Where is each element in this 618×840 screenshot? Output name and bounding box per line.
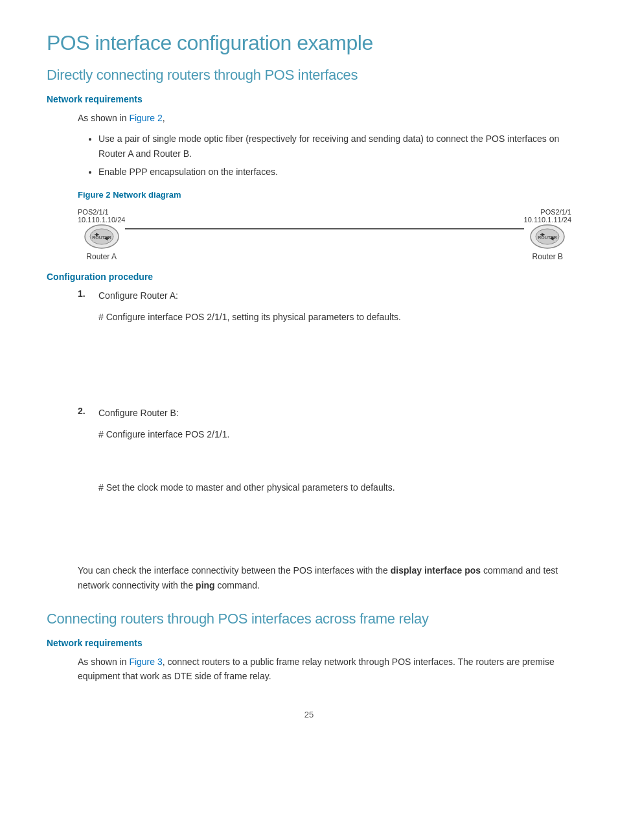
network-req-2-title: Network requirements: [47, 638, 571, 648]
step-2-sub1: # Configure interface POS 2/1/1.: [98, 427, 571, 441]
page-number: 25: [47, 710, 571, 719]
network-req-1-intro: As shown in Figure 2,: [78, 111, 571, 125]
figure2-caption: Figure 2 Network diagram: [78, 189, 571, 202]
figure3-link[interactable]: Figure 3: [129, 657, 162, 667]
step-2: 2. Configure Router B: # Configure inter…: [78, 406, 571, 553]
closing-text-before: You can check the interface connectivity…: [78, 565, 391, 576]
network-req-1-title: Network requirements: [47, 94, 571, 104]
step-1-num: 1.: [78, 288, 91, 395]
router-b-name: Router B: [532, 252, 563, 261]
step-2-code-space2: [98, 501, 571, 553]
router-a-icon: ROUTER: [84, 224, 119, 250]
step-1-code-space: [98, 331, 571, 395]
router-b-interface: POS2/1/1: [540, 208, 571, 216]
section2-title: Connecting routers through POS interface…: [47, 611, 571, 627]
closing-bold1: display interface pos: [391, 565, 481, 576]
step-1: 1. Configure Router A: # Configure inter…: [78, 288, 571, 395]
section1-title: Directly connecting routers through POS …: [47, 67, 571, 84]
router-a-block: POS2/1/1 10.110.1.10/24 ROUTER: [78, 208, 125, 261]
step-2-sub2: # Set the clock mode to master and other…: [98, 480, 571, 495]
figure2-link[interactable]: Figure 2: [129, 113, 162, 123]
step-1-content: Configure Router A: # Configure interfac…: [98, 288, 571, 395]
step-2-label: Configure Router B:: [98, 406, 571, 420]
bullet-item: Use a pair of single mode optic fiber (r…: [98, 132, 571, 161]
svg-text:ROUTER: ROUTER: [538, 235, 558, 240]
network-req-2-body: As shown in Figure 3, connect routers to…: [78, 655, 571, 684]
step-2-code-space1: [98, 448, 571, 480]
step-1-sub1: # Configure interface POS 2/1/1, setting…: [98, 310, 571, 324]
connection-line: [125, 228, 523, 229]
svg-text:ROUTER: ROUTER: [92, 235, 111, 240]
closing-text-after: command.: [215, 580, 260, 590]
network-req-1-bullets: Use a pair of single mode optic fiber (r…: [98, 132, 571, 179]
step-2-num: 2.: [78, 406, 91, 553]
network-diagram: POS2/1/1 10.110.1.10/24 ROUTER: [78, 208, 571, 261]
router-b-icon: ROUTER: [530, 224, 565, 250]
router-a-ip: 10.110.1.10/24: [78, 216, 125, 224]
config-proc-1-title: Configuration procedure: [47, 272, 571, 282]
closing-para: You can check the interface connectivity…: [78, 563, 571, 592]
bullet-item: Enable PPP encapsulation on the interfac…: [98, 165, 571, 179]
nr2-intro: As shown in: [78, 657, 126, 667]
step-1-label: Configure Router A:: [98, 288, 571, 303]
config-steps: 1. Configure Router A: # Configure inter…: [78, 288, 571, 553]
router-a-name: Router A: [86, 252, 117, 261]
router-b-block: POS2/1/1 10.110.1.11/24 ROUTER: [524, 208, 571, 261]
router-a-interface: POS2/1/1: [78, 208, 109, 216]
closing-bold2: ping: [196, 580, 215, 590]
router-a-info: POS2/1/1 10.110.1.10/24: [78, 208, 125, 224]
page-title: POS interface configuration example: [47, 31, 571, 55]
step-2-content: Configure Router B: # Configure interfac…: [98, 406, 571, 553]
router-b-ip: 10.110.1.11/24: [524, 216, 571, 224]
router-b-info: POS2/1/1 10.110.1.11/24: [524, 208, 571, 224]
